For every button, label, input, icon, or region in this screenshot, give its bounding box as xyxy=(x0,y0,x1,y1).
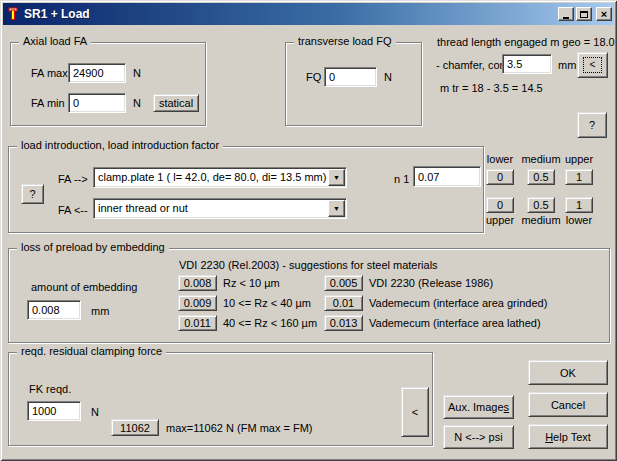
statical-button[interactable]: statical xyxy=(153,94,199,112)
fa-in-selected-value: clamp.plate 1 ( l= 42.0, de= 80.0, di= 1… xyxy=(98,171,326,183)
factor-row2-button-0[interactable]: 0 xyxy=(486,197,514,213)
embedding-legend: loss of preload by embedding xyxy=(17,241,169,253)
fk-reqd-unit: N xyxy=(91,406,99,418)
help-text-button[interactable]: Help Text xyxy=(528,424,608,449)
factor-top-label-medium: medium xyxy=(521,153,561,165)
cancel-button[interactable]: Cancel xyxy=(528,392,608,417)
factor-bottom-label-medium: medium xyxy=(521,214,561,226)
factor-row2-button-05[interactable]: 0.5 xyxy=(527,197,555,213)
fa-out-dropdown-button[interactable]: ▼ xyxy=(328,200,345,217)
chevron-down-icon: ▼ xyxy=(333,205,340,212)
factor-bottom-label-upper: upper xyxy=(480,214,520,226)
maximize-icon xyxy=(580,11,588,18)
fq-unit: N xyxy=(384,71,392,83)
chevron-left-icon: < xyxy=(412,406,418,418)
factor-bottom-label-lower: lower xyxy=(559,214,599,226)
load-introduction-legend: load introduction, load introduction fac… xyxy=(17,139,223,151)
embedding-suggestions-title: VDI 2230 (Rel.2003) - suggestions for st… xyxy=(179,259,438,271)
help-top-button[interactable]: ? xyxy=(577,112,607,138)
chamfer-input[interactable] xyxy=(502,54,552,74)
thread-result-text: m tr = 18 - 3.5 = 14.5 xyxy=(440,82,543,94)
chamfer-unit: mm xyxy=(558,59,576,71)
ok-button[interactable]: OK xyxy=(528,360,608,385)
fq-label: FQ xyxy=(306,71,321,83)
embedding-amount-unit: mm xyxy=(91,305,109,317)
fa-max-input[interactable] xyxy=(68,63,126,83)
fk-reqd-label: FK reqd. xyxy=(29,383,71,395)
clamping-back-button[interactable]: < xyxy=(401,387,429,437)
factor-row1-button-05[interactable]: 0.5 xyxy=(527,169,555,185)
fa-in-combobox[interactable]: clamp.plate 1 ( l= 42.0, de= 80.0, di= 1… xyxy=(93,167,347,188)
embedding-preset-button-vademecum-lathed[interactable]: 0.013 xyxy=(324,315,363,331)
close-button[interactable]: × xyxy=(596,7,612,21)
maximize-button[interactable] xyxy=(576,7,592,21)
axial-load-group: Axial load FA FA max N FA min N statical xyxy=(10,42,206,126)
transverse-load-legend: transverse load FQ xyxy=(294,35,396,47)
embedding-preset-button-rz160[interactable]: 0.011 xyxy=(178,315,217,331)
window-title: SR1 + Load xyxy=(24,7,556,21)
embedding-preset-label-rz160: 40 <= Rz < 160 µm xyxy=(223,317,317,329)
fa-out-combobox[interactable]: inner thread or nut ▼ xyxy=(93,198,347,219)
minimize-button[interactable] xyxy=(558,7,574,21)
fa-out-selected-value: inner thread or nut xyxy=(98,202,188,214)
n1-label: n 1 xyxy=(394,173,409,185)
axial-load-legend: Axial load FA xyxy=(19,35,91,47)
fa-min-label: FA min xyxy=(31,97,65,109)
embedding-preset-label-rz10: Rz < 10 µm xyxy=(223,277,280,289)
embedding-preset-button-vdi1986[interactable]: 0.005 xyxy=(324,275,363,291)
embedding-preset-button-rz40[interactable]: 0.009 xyxy=(178,295,217,311)
chamfer-label: - chamfer, cone xyxy=(436,59,512,71)
embedding-preset-label-rz40: 10 <= Rz < 40 µm xyxy=(223,297,311,309)
fa-min-input[interactable] xyxy=(68,93,126,113)
fm-max-text: max=11062 N (FM max = FM) xyxy=(166,422,313,434)
fm-max-button[interactable]: 11062 xyxy=(111,419,159,436)
aux-images-button[interactable]: Aux. Images xyxy=(443,395,514,419)
factor-row2-button-1[interactable]: 1 xyxy=(565,197,593,213)
chamfer-suggest-button[interactable]: < xyxy=(577,52,608,78)
thread-engaged-text: thread length engaged m geo = 18.0 xyxy=(437,36,615,48)
chevron-left-icon: < xyxy=(583,57,603,73)
factor-top-label-lower: lower xyxy=(480,153,520,165)
embedding-group: loss of preload by embedding amount of e… xyxy=(8,248,610,343)
fa-max-unit: N xyxy=(133,67,141,79)
n1-input[interactable] xyxy=(413,166,481,187)
clamping-force-legend: reqd. residual clamping force xyxy=(17,345,166,357)
factor-row1-button-1[interactable]: 1 xyxy=(565,169,593,185)
fa-out-label: FA <-- xyxy=(58,204,88,216)
fa-in-label: FA --> xyxy=(58,173,88,185)
fa-max-label: FA max xyxy=(31,67,68,79)
factor-top-label-upper: upper xyxy=(559,153,599,165)
embedding-preset-label-vademecum-grinded: Vademecum (interface area grinded) xyxy=(369,297,547,309)
load-introduction-group: load introduction, load introduction fac… xyxy=(8,146,484,233)
n-psi-toggle-button[interactable]: N <--> psi xyxy=(443,425,514,449)
embedding-preset-button-vademecum-grinded[interactable]: 0.01 xyxy=(324,295,363,311)
clamping-force-group: reqd. residual clamping force FK reqd. N… xyxy=(8,352,433,446)
factor-row1-button-0[interactable]: 0 xyxy=(486,169,514,185)
titlebar[interactable]: SR1 + Load × xyxy=(3,3,614,25)
embedding-preset-label-vdi1986: VDI 2230 (Release 1986) xyxy=(369,277,493,289)
load-introduction-help-button[interactable]: ? xyxy=(21,184,44,204)
fa-min-unit: N xyxy=(133,97,141,109)
embedding-preset-button-rz10[interactable]: 0.008 xyxy=(178,275,217,291)
embedding-amount-label: amount of embedding xyxy=(31,281,137,293)
embedding-preset-label-vademecum-lathed: Vademecum (interface area lathed) xyxy=(369,317,541,329)
embedding-amount-input[interactable] xyxy=(27,300,81,320)
bolt-app-icon xyxy=(5,6,21,22)
minimize-icon xyxy=(563,17,569,19)
fa-in-dropdown-button[interactable]: ▼ xyxy=(328,169,345,186)
transverse-load-group: transverse load FQ FQ N xyxy=(285,42,422,126)
fq-input[interactable] xyxy=(324,67,377,87)
sr1-load-dialog: SR1 + Load × Axial load FA FA max N FA m… xyxy=(0,0,617,461)
fk-reqd-input[interactable] xyxy=(27,401,81,421)
close-icon: × xyxy=(601,9,607,19)
chevron-down-icon: ▼ xyxy=(333,174,340,181)
